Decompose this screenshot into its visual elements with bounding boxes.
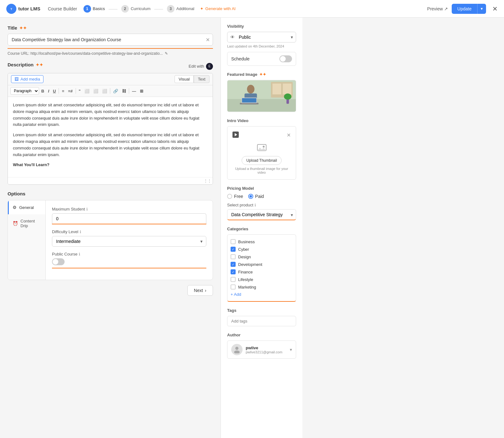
marketing-checkbox[interactable] (231, 284, 236, 289)
blockquote-button[interactable]: " (77, 88, 82, 94)
next-button-wrap: Next › (8, 285, 213, 296)
options-section: ⚙ General ⏰ Content Drip Maximum Student… (8, 200, 213, 280)
title-clear-button[interactable]: ✕ (206, 37, 210, 43)
step-arrow-2: —— (154, 6, 163, 11)
description-section: Description ✦✦ Edit with E 🖼 Add media V… (8, 62, 213, 185)
top-navigation: T tutor LMS Course Builder 1 Basics —— 2… (0, 0, 504, 18)
generate-ai-button[interactable]: ✦ Generate with AI (200, 6, 236, 11)
close-button[interactable]: ✕ (492, 5, 498, 13)
options-tab-content-drip[interactable]: ⏰ Content Drip (8, 214, 45, 233)
paragraph-format-select[interactable]: Paragraph (10, 87, 39, 95)
horizontal-rule-button[interactable]: — (130, 88, 138, 94)
pricing-section: Pricing Model Free Paid Select product ℹ… (227, 186, 296, 220)
visibility-select[interactable]: Public Private (227, 32, 296, 42)
featured-image-ai-icon: ✦✦ (259, 72, 266, 77)
lifestyle-checkbox[interactable] (231, 277, 236, 282)
video-close-button[interactable]: ✕ (287, 132, 291, 138)
tags-title: Tags (227, 308, 296, 313)
editor-container: 🖼 Add media Visual Text Paragraph B I U (8, 73, 213, 185)
editor-toolbar: Paragraph B I U ≡ ≡# " ⬜ ⬜ ⬜ 🔗 ⛓ (8, 85, 213, 97)
title-input-wrap: ✕ (8, 34, 213, 46)
italic-button[interactable]: I (46, 88, 51, 94)
preview-button[interactable]: Preview ↗ (427, 6, 448, 11)
select-product-dropdown[interactable]: Data Competitive Strategy (227, 209, 296, 220)
pricing-title: Pricing Model (227, 186, 296, 191)
update-dropdown-button[interactable]: ▾ (477, 4, 486, 14)
category-business: Business (231, 238, 293, 245)
featured-image-section: Featured Image ✦✦ (227, 72, 296, 112)
editor-content[interactable]: Lorem ipsum dolor sit amet consectetur a… (8, 97, 213, 177)
paid-radio[interactable] (248, 194, 253, 199)
next-button[interactable]: Next › (187, 285, 213, 296)
title-section: Title ✦✦ ✕ Course URL: http://localhost/… (8, 25, 213, 56)
unlink-button[interactable]: ⛓ (120, 88, 128, 94)
unordered-list-button[interactable]: ≡ (60, 88, 66, 94)
external-link-icon: ↗ (444, 6, 448, 11)
categories-title: Categories (227, 227, 296, 231)
author-row: pwlive pwlive3211@gmail.com ▾ (227, 340, 296, 359)
max-student-input[interactable] (52, 213, 206, 224)
options-layout: ⚙ General ⏰ Content Drip Maximum Student… (8, 200, 213, 280)
intro-video-container: ✕ Upload Thumbnail Upload a thumbnail im… (227, 126, 296, 180)
add-category-button[interactable]: + Add (231, 291, 293, 298)
visual-tab[interactable]: Visual (175, 75, 194, 83)
align-center-button[interactable]: ⬜ (92, 88, 100, 94)
options-section-label: Options (8, 191, 213, 196)
cyber-checkbox[interactable]: ✓ (231, 247, 236, 252)
logo: T tutor LMS (6, 4, 40, 14)
free-option[interactable]: Free (227, 194, 243, 199)
table-button[interactable]: ⊞ (138, 88, 145, 94)
step-3-circle: 3 (167, 5, 175, 13)
max-student-info-icon: ℹ (86, 207, 88, 211)
category-cyber: ✓ Cyber (231, 245, 293, 253)
editor-avatar: E (206, 63, 213, 70)
course-url: Course URL: http://localhost/pw-live/cou… (8, 51, 213, 56)
upload-thumbnail-button[interactable]: Upload Thumbnail (242, 156, 282, 165)
content-drip-icon: ⏰ (13, 221, 18, 226)
difficulty-field: Difficulty Level ℹ Beginner Intermediate… (52, 229, 206, 247)
add-media-button[interactable]: 🖼 Add media (11, 75, 43, 83)
nav-right: Preview ↗ Update ▾ ✕ (427, 4, 498, 14)
ordered-list-button[interactable]: ≡# (66, 88, 74, 94)
align-right-button[interactable]: ⬜ (100, 88, 109, 94)
development-checkbox[interactable]: ✓ (231, 262, 236, 267)
toolbar-divider-2 (76, 88, 76, 94)
step-2[interactable]: 2 Curriculum (121, 5, 151, 13)
upload-thumbnail-description: Upload a thumbnail image for your video (232, 167, 291, 174)
bold-button[interactable]: B (40, 88, 46, 94)
select-product-label: Select product ℹ (227, 203, 296, 207)
edit-url-icon[interactable]: ✎ (165, 51, 168, 56)
underline-button[interactable]: U (51, 88, 57, 94)
design-checkbox[interactable] (231, 254, 236, 259)
category-design: Design (231, 253, 293, 261)
options-tab-general[interactable]: ⚙ General (8, 200, 45, 214)
paid-option[interactable]: Paid (248, 194, 264, 199)
author-email: pwlive3211@gmail.com (246, 350, 287, 354)
featured-image-wrap[interactable] (227, 80, 296, 112)
schedule-toggle[interactable] (279, 55, 292, 62)
step-1[interactable]: 1 Basics (83, 5, 105, 13)
category-lifestyle: Lifestyle (231, 276, 293, 283)
public-course-toggle-wrap (52, 258, 206, 265)
view-tabs: Visual Text (175, 75, 209, 83)
toolbar-divider-3 (110, 88, 110, 94)
step-1-label: Basics (93, 6, 105, 11)
title-ai-icon: ✦✦ (19, 25, 27, 31)
tags-input[interactable] (227, 316, 296, 326)
categories-section: Categories Business ✓ Cyber Design ✓ Dev… (227, 227, 296, 302)
link-button[interactable]: 🔗 (112, 88, 120, 94)
free-radio[interactable] (227, 194, 232, 199)
update-button[interactable]: Update (452, 4, 477, 14)
business-checkbox[interactable] (231, 239, 236, 244)
text-tab[interactable]: Text (194, 75, 209, 83)
svg-point-13 (284, 93, 292, 100)
align-left-button[interactable]: ⬜ (83, 88, 91, 94)
finance-checkbox[interactable]: ✓ (231, 269, 236, 274)
public-course-toggle[interactable] (52, 258, 65, 265)
title-input[interactable] (8, 34, 213, 46)
difficulty-select[interactable]: Beginner Intermediate Advanced (52, 236, 206, 247)
step-3[interactable]: 3 Additional (167, 5, 194, 13)
svg-point-19 (235, 347, 238, 350)
visibility-select-wrap: 👁 Public Private ▾ (227, 32, 296, 42)
resize-icon: ⋮⋮ (204, 179, 211, 183)
